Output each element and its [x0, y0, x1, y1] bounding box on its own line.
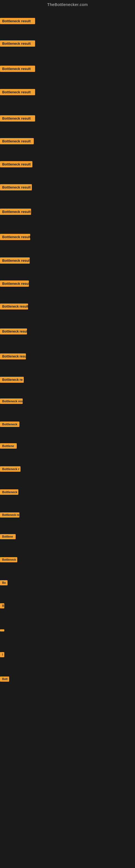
- bottleneck-badge: Bottleneck result: [0, 353, 26, 361]
- bottleneck-badge: Bottleneck re: [0, 513, 19, 519]
- bottleneck-badge: Bottleneck r: [0, 466, 20, 473]
- bottleneck-badge: Bo: [0, 580, 8, 586]
- bottleneck-badge: Bottleneck re: [0, 377, 24, 384]
- bottleneck-badge: B: [0, 603, 4, 610]
- bottleneck-badge: Bottleneck result: [0, 89, 35, 96]
- bottleneck-badge: Bottleneck result: [0, 184, 32, 191]
- bottleneck-badge: Bottleneck result: [0, 280, 29, 288]
- bottleneck-badge: I: [0, 652, 4, 658]
- bottleneck-badge: Bottlene: [0, 534, 16, 540]
- bottleneck-badge: Bottleneck result: [0, 18, 35, 25]
- bottleneck-badge: Bottleneck result: [0, 304, 28, 311]
- bottleneck-badge: Bottleneck result: [0, 329, 27, 336]
- bottleneck-badge: [0, 628, 4, 632]
- bottleneck-badge: Bottlene: [0, 443, 17, 450]
- bottleneck-badge: Bottleneck: [0, 422, 19, 428]
- bottleneck-badge: Bottleneck result: [0, 66, 35, 73]
- bottleneck-badge: Bott: [0, 677, 9, 683]
- bottleneck-badge: Bottleneck: [0, 489, 18, 496]
- bottleneck-badge: Bottleneck result: [0, 161, 32, 168]
- bottleneck-badge: Bottleneck result: [0, 399, 23, 405]
- site-title: TheBottlenecker.com: [0, 0, 135, 8]
- bottleneck-badge: Bottleneck: [0, 557, 17, 563]
- bottleneck-badge: Bottleneck result: [0, 234, 30, 241]
- bottleneck-badge: Bottleneck result: [0, 209, 31, 216]
- bottleneck-badge: Bottleneck result: [0, 138, 34, 145]
- bottleneck-badge: Bottleneck result: [0, 115, 35, 123]
- bottleneck-badge: Bottleneck result: [0, 257, 30, 265]
- bottleneck-badge: Bottleneck result: [0, 40, 35, 48]
